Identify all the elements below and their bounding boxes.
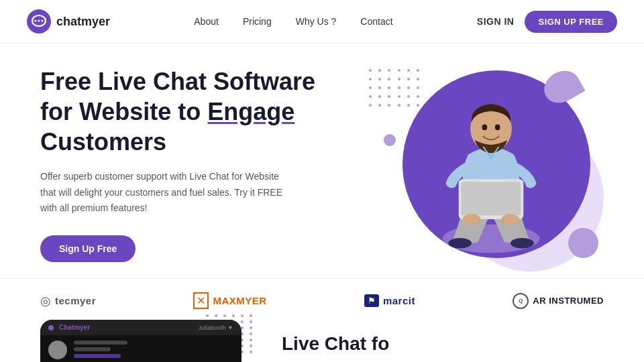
ar-icon: Q	[513, 293, 529, 309]
marcit-label: marcit	[383, 295, 415, 306]
nav-why-us[interactable]: Why Us ?	[296, 16, 337, 27]
mockup-avatar	[48, 341, 67, 359]
svg-point-2	[35, 20, 37, 22]
brand-marcit: ⚑ marcit	[364, 294, 415, 307]
person-svg	[411, 70, 572, 258]
svg-point-14	[495, 125, 500, 131]
mockup-app-name: Chatmyer	[59, 324, 90, 331]
bottom-text: Live Chat fo	[282, 320, 389, 355]
hero-content: Free Live Chat Software for Website to E…	[40, 66, 329, 262]
logo-text: chatmyer	[56, 15, 110, 29]
svg-point-11	[501, 214, 519, 224]
hero-subtitle: Offer superb customer support with Live …	[40, 169, 295, 217]
brand-ar: Q AR INSTRUMED	[513, 293, 604, 309]
sign-up-button[interactable]: SIGN UP FREE	[525, 11, 617, 33]
svg-point-10	[463, 214, 481, 224]
chat-line-2	[74, 347, 111, 351]
brand-maxmyer: ✕ MAXMYER	[193, 292, 266, 309]
logo[interactable]: chatmyer	[27, 9, 110, 34]
marcit-icon: ⚑	[364, 294, 379, 307]
svg-point-4	[42, 20, 44, 22]
mockup-content	[40, 335, 241, 362]
svg-point-6	[448, 238, 472, 248]
hero-person-image	[404, 67, 578, 258]
mockup-header: Chatmyer Juliabooth ▼	[40, 320, 241, 335]
chat-line-3	[74, 354, 121, 358]
ar-label: AR INSTRUMED	[533, 296, 604, 306]
brand-tecmyer: ◎ tecmyer	[40, 294, 96, 308]
nav-about[interactable]: About	[194, 16, 219, 27]
app-mockup: Chatmyer Juliabooth ▼	[40, 320, 241, 362]
navbar: chatmyer About Pricing Why Us ? Contact …	[0, 0, 644, 44]
nav-contact[interactable]: Contact	[360, 16, 392, 27]
svg-point-13	[482, 125, 487, 131]
mockup-chat-lines	[74, 341, 127, 359]
tecmyer-label: tecmyer	[55, 295, 96, 306]
nav-pricing[interactable]: Pricing	[243, 16, 272, 27]
bottom-teaser-section: Chatmyer Juliabooth ▼ Live Chat fo	[0, 320, 644, 362]
nav-links: About Pricing Why Us ? Contact	[194, 16, 392, 27]
hero-title-highlight: Engage	[207, 98, 294, 125]
svg-point-7	[511, 238, 534, 248]
brands-section: ◎ tecmyer ✕ MAXMYER ⚑ marcit Q AR INSTRU…	[0, 278, 644, 320]
nav-actions: SIGN IN SIGN UP FREE	[477, 11, 617, 33]
tecmyer-icon: ◎	[40, 294, 51, 308]
maxmyer-icon: ✕	[193, 292, 209, 309]
svg-rect-9	[462, 182, 521, 215]
hero-visual: // Will be rendered inline	[329, 64, 617, 265]
sign-in-button[interactable]: SIGN IN	[477, 16, 515, 27]
svg-point-3	[38, 20, 40, 22]
bottom-mockup-wrapper: Chatmyer Juliabooth ▼	[40, 320, 241, 362]
chat-line-1	[74, 341, 127, 345]
hero-cta-button[interactable]: Sign Up Free	[40, 235, 136, 262]
hero-small-circle-1	[384, 134, 396, 146]
bottom-heading: Live Chat fo	[282, 333, 389, 355]
maxmyer-label: MAXMYER	[213, 295, 266, 306]
hero-title: Free Live Chat Software for Website to E…	[40, 66, 329, 157]
logo-icon	[27, 9, 51, 34]
hero-section: Free Live Chat Software for Website to E…	[0, 44, 644, 278]
